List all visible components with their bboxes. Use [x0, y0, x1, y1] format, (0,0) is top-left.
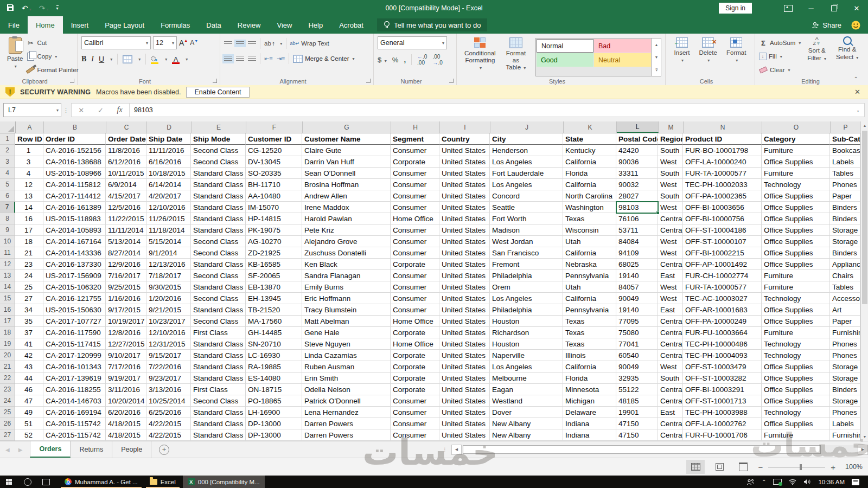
cell-P21[interactable]: Storage [830, 361, 860, 373]
cell-C20[interactable]: 9/10/2017 [106, 350, 146, 361]
cell-K12[interactable]: Nebraska [563, 259, 616, 270]
cell-M10[interactable]: West [658, 236, 683, 247]
cell-D26[interactable]: 4/22/2015 [146, 418, 191, 429]
cell-I11[interactable]: United States [439, 247, 490, 259]
row-header-21[interactable]: 21 [0, 361, 15, 373]
cell-J1[interactable]: City [490, 133, 563, 145]
restore-button[interactable] [822, 0, 845, 16]
cell-A13[interactable]: 24 [15, 270, 43, 281]
column-header-I[interactable]: I [440, 121, 490, 133]
cell-C6[interactable]: 4/15/2017 [106, 190, 146, 202]
cell-G2[interactable]: Claire Gute [302, 145, 391, 156]
cell-O26[interactable]: Office Supplies [762, 418, 830, 429]
cell-M12[interactable]: Central [658, 259, 683, 270]
cell-P17[interactable]: Paper [830, 316, 860, 327]
cell-D5[interactable]: 6/14/2014 [146, 179, 191, 190]
cell-P8[interactable]: Binders [830, 213, 860, 224]
cell-D18[interactable]: 12/10/2016 [146, 327, 191, 338]
styles-scroll-down-icon[interactable]: ▼ [652, 51, 661, 63]
cell-H6[interactable]: Consumer [391, 190, 439, 202]
hscroll-left-icon[interactable]: ◀ [451, 445, 462, 455]
cell-H20[interactable]: Corporate [391, 350, 439, 361]
start-button[interactable] [0, 476, 18, 488]
collapse-ribbon-icon[interactable]: ⌃ [854, 76, 858, 82]
cell-D23[interactable]: 3/13/2016 [146, 384, 191, 395]
cell-I20[interactable]: United States [439, 350, 490, 361]
cell-L3[interactable]: 90036 [616, 156, 658, 168]
cell-D24[interactable]: 10/25/2014 [146, 395, 191, 407]
cell-H27[interactable]: Consumer [391, 429, 439, 441]
cell-J7[interactable]: Seattle [490, 202, 563, 213]
increase-indent-button[interactable]: ⇥≡ [277, 55, 285, 62]
cell-D19[interactable]: 12/31/2015 [146, 338, 191, 350]
cell-A26[interactable]: 51 [15, 418, 43, 429]
cell-J25[interactable]: Dover [490, 407, 563, 418]
cell-L22[interactable]: 32935 [616, 373, 658, 384]
cell-K18[interactable]: Texas [563, 327, 616, 338]
cell-L4[interactable]: 33311 [616, 168, 658, 179]
cell-B17[interactable]: CA-2017-107727 [43, 316, 106, 327]
tray-display-icon[interactable] [773, 479, 782, 485]
cell-L16[interactable]: 19140 [616, 304, 658, 316]
cell-H1[interactable]: Segment [391, 133, 439, 145]
select-all-corner[interactable] [0, 121, 16, 133]
cell-J10[interactable]: West Jordan [490, 236, 563, 247]
cell-H14[interactable]: Consumer [391, 281, 439, 293]
cell-M11[interactable]: West [658, 247, 683, 259]
clipboard-dialog-launcher[interactable] [70, 79, 74, 83]
cell-style-neutral[interactable]: Neutral [594, 53, 651, 67]
align-middle-button[interactable] [236, 41, 244, 46]
cell-E5[interactable]: Standard Class [191, 179, 246, 190]
cell-G16[interactable]: Tracy Blumstein [302, 304, 391, 316]
cell-K3[interactable]: California [563, 156, 616, 168]
cell-F14[interactable]: EB-13870 [246, 281, 302, 293]
column-header-O[interactable]: O [762, 121, 831, 133]
taskbar-app-3[interactable]: X000 [Compatibility M... [183, 476, 265, 488]
cell-D11[interactable]: 9/1/2014 [146, 247, 191, 259]
cell-M1[interactable]: Region [658, 133, 683, 145]
cell-N23[interactable]: OFF-BI-10003291 [683, 384, 762, 395]
cell-F18[interactable]: GH-14485 [246, 327, 302, 338]
cell-L13[interactable]: 19140 [616, 270, 658, 281]
cell-L8[interactable]: 76106 [616, 213, 658, 224]
cell-F13[interactable]: SF-20065 [246, 270, 302, 281]
cell-N7[interactable]: OFF-BI-10003656 [683, 202, 762, 213]
cell-G6[interactable]: Andrew Allen [302, 190, 391, 202]
scroll-down-icon[interactable]: ▼ [861, 433, 868, 441]
cell-G12[interactable]: Ken Black [302, 259, 391, 270]
cell-L27[interactable]: 47150 [616, 429, 658, 441]
action-center-icon[interactable] [852, 479, 859, 485]
cell-A15[interactable]: 27 [15, 293, 43, 304]
cell-J6[interactable]: Concord [490, 190, 563, 202]
cell-H26[interactable]: Consumer [391, 418, 439, 429]
cell-A11[interactable]: 21 [15, 247, 43, 259]
cell-G15[interactable]: Eric Hoffmann [302, 293, 391, 304]
cell-B12[interactable]: CA-2016-137330 [43, 259, 106, 270]
vertical-scroll-thumb[interactable] [862, 131, 867, 304]
cell-A12[interactable]: 23 [15, 259, 43, 270]
tray-volume-icon[interactable] [803, 479, 811, 485]
cell-A3[interactable]: 3 [15, 156, 43, 168]
cell-L23[interactable]: 55122 [616, 384, 658, 395]
row-header-15[interactable]: 15 [0, 293, 15, 304]
row-header-13[interactable]: 13 [0, 270, 15, 281]
cell-I21[interactable]: United States [439, 361, 490, 373]
cell-J16[interactable]: Philadelphia [490, 304, 563, 316]
cell-D20[interactable]: 9/15/2017 [146, 350, 191, 361]
cell-A5[interactable]: 12 [15, 179, 43, 190]
cell-F12[interactable]: KB-16585 [246, 259, 302, 270]
cell-I16[interactable]: United States [439, 304, 490, 316]
cell-I18[interactable]: United States [439, 327, 490, 338]
cell-J4[interactable]: Fort Lauderdale [490, 168, 563, 179]
column-header-P[interactable]: P [831, 121, 860, 133]
cell-N12[interactable]: OFF-AP-10001492 [683, 259, 762, 270]
cell-M9[interactable]: Central [658, 224, 683, 236]
cell-M13[interactable]: East [658, 270, 683, 281]
cell-C16[interactable]: 9/17/2015 [106, 304, 146, 316]
cell-G25[interactable]: Lena Hernandez [302, 407, 391, 418]
cell-E2[interactable]: Second Class [191, 145, 246, 156]
cell-B11[interactable]: CA-2014-143336 [43, 247, 106, 259]
cell-D17[interactable]: 10/23/2017 [146, 316, 191, 327]
increase-decimal-button[interactable]: ←.0.00 [417, 54, 427, 66]
cell-B14[interactable]: CA-2015-106320 [43, 281, 106, 293]
